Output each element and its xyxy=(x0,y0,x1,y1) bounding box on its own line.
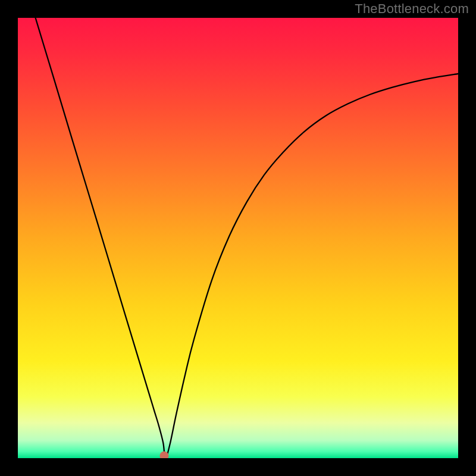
watermark-text: TheBottleneck.com xyxy=(355,1,469,17)
chart-frame: TheBottleneck.com xyxy=(0,0,476,476)
bottleneck-curve xyxy=(18,18,458,458)
min-marker-dot xyxy=(159,452,168,458)
plot-area xyxy=(18,18,458,458)
